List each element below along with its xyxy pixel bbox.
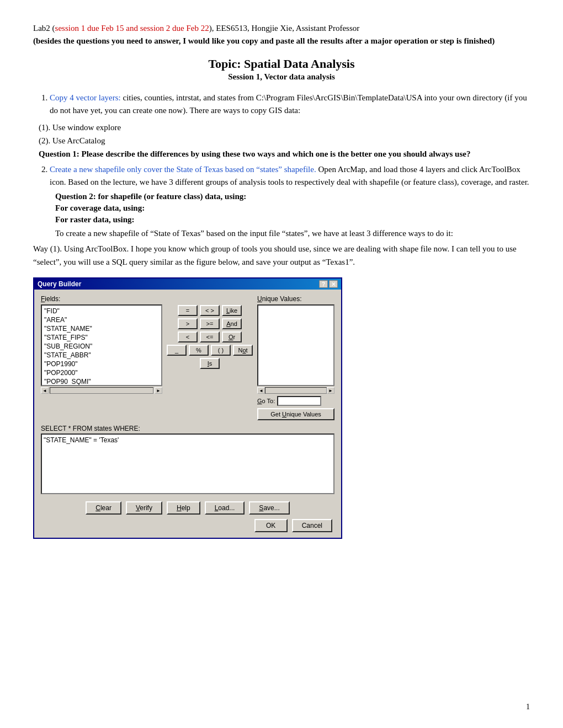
question1: Question 1: Please describe the differen… [39,149,530,159]
save-button[interactable]: Save... [249,501,289,515]
goto-input[interactable] [277,396,321,406]
goto-label: Go To: [257,398,275,404]
dialog-body: Fields: "FID" "AREA" "STATE_NAME" "STATE… [34,290,341,538]
op-less[interactable]: < [178,331,198,342]
body-para2: Way (1). Using ArcToolBox. I hope you kn… [33,242,530,269]
list-item-1: Copy 4 vector layers: cities, counties, … [50,92,530,117]
unique-scroll-right[interactable]: ► [327,387,334,394]
op-percent[interactable]: % [189,345,209,356]
query-builder-dialog: Query Builder ? ✕ Fields: "FID" "AREA" "… [33,277,342,539]
op-or[interactable]: Or [222,331,242,342]
field-area[interactable]: "AREA" [43,315,160,324]
op-not[interactable]: Not [233,345,253,356]
fields-section: Fields: "FID" "AREA" "STATE_NAME" "STATE… [41,295,162,420]
unique-values-list[interactable] [257,304,334,386]
dialog-title-text: Query Builder [38,280,81,288]
right-panel: Unique Values: ◄ ► Go To: Get Unique Val… [257,295,334,420]
fields-scroll-left[interactable]: ◄ [41,387,49,394]
op-not-equal[interactable]: < > [200,305,220,316]
item1-text1: cities, counties, intrstat, and states f… [50,93,527,115]
op-row-4: _ % ( ) Not [167,345,253,356]
field-pop90-sqmi[interactable]: "POP90_SQMI" [43,377,160,386]
field-state-fips[interactable]: "STATE_FIPS" [43,333,160,342]
unique-scrollbar[interactable] [265,387,327,394]
header-dates: session 1 due Feb 15 and session 2 due F… [55,24,209,33]
item2-blue: Create a new shapefile only cover the St… [50,165,316,174]
dialog-ok-row: OK Cancel [41,519,334,532]
op-greater[interactable]: > [178,318,198,329]
op-like[interactable]: Like [222,305,242,316]
unique-values-label: Unique Values: [257,295,334,303]
dialog-bottom-buttons: Clear Verify Help Load... Save... [41,501,334,515]
op-row-2: > >= And [178,318,242,329]
dialog-main-row: Fields: "FID" "AREA" "STATE_NAME" "STATE… [41,295,334,420]
paren-list: (1). Use window explore (2). Use ArcCata… [39,121,530,147]
item1-blue: Copy 4 vector layers: [50,93,121,102]
dialog-help-btn[interactable]: ? [319,280,328,288]
fields-scrollbar[interactable] [50,387,153,394]
op-less-equal[interactable]: <= [200,331,220,342]
question2-line2: For coverage data, using: [55,204,530,213]
header-line1-pre: Lab2 ( [33,24,55,33]
field-sub-region[interactable]: "SUB_REGION" [43,342,160,351]
question2-line3: For raster data, using: [55,215,530,224]
header-section: Lab2 (session 1 due Feb 15 and session 2… [33,22,530,47]
dialog-close-btn[interactable]: ✕ [329,280,338,288]
fields-list[interactable]: "FID" "AREA" "STATE_NAME" "STATE_FIPS" "… [41,304,162,386]
select-from-label: SELECT * FROM states WHERE: [41,425,334,432]
op-underscore[interactable]: _ [167,345,187,356]
topic-subtitle: Session 1, Vector data analysis [33,72,530,82]
query-text-area[interactable]: "STATE_NAME" = 'Texas' [41,433,334,494]
body-para1: To create a new shapefile of “State of T… [33,227,530,240]
clear-button[interactable]: Clear [86,501,121,515]
op-is[interactable]: Is [200,358,220,369]
header-line2: (besides the questions you need to answe… [33,36,495,45]
cancel-button[interactable]: Cancel [292,519,332,532]
operators-section: = < > Like > >= And < <= Or _ % ( ) [167,295,253,420]
op-greater-equal[interactable]: >= [200,318,220,329]
op-equals[interactable]: = [178,305,198,316]
field-state-name[interactable]: "STATE_NAME" [43,324,160,333]
op-row-1: = < > Like [178,305,242,316]
topic-title: Topic: Spatial Data Analysis [33,57,530,71]
help-button[interactable]: Help [167,501,200,515]
header-line1-post: ), EES6513, Hongjie Xie, Assistant Profe… [209,24,359,33]
get-unique-values-button[interactable]: Get Unique Values [257,408,334,420]
verify-button[interactable]: Verify [126,501,162,515]
op-and[interactable]: And [222,318,242,329]
field-fid[interactable]: "FID" [43,307,160,315]
unique-scroll-left[interactable]: ◄ [257,387,265,394]
fields-scroll-right[interactable]: ► [155,387,162,394]
field-state-abbr[interactable]: "STATE_ABBR" [43,351,160,360]
load-button[interactable]: Load... [205,501,245,515]
fields-label: Fields: [41,295,162,303]
op-row-5: Is [200,358,220,369]
ok-button[interactable]: OK [254,519,288,532]
dialog-title-buttons: ? ✕ [319,280,338,288]
unique-scroll-row: ◄ ► [257,387,334,394]
dialog-title-bar: Query Builder ? ✕ [34,279,341,290]
fields-scroll-row: ◄ ► [41,387,162,394]
paren-1: (1). Use window explore [39,121,530,134]
op-row-3: < <= Or [178,331,242,342]
goto-section: Go To: [257,396,334,406]
paren-2: (2). Use ArcCatalog [39,134,530,147]
field-pop2000[interactable]: "POP2000" [43,368,160,377]
question2-line1: Question 2: for shapefile (or feature cl… [55,192,530,201]
field-pop1990[interactable]: "POP1990" [43,360,160,368]
op-parens[interactable]: ( ) [211,345,231,356]
list-item-2: Create a new shapefile only cover the St… [50,163,530,189]
